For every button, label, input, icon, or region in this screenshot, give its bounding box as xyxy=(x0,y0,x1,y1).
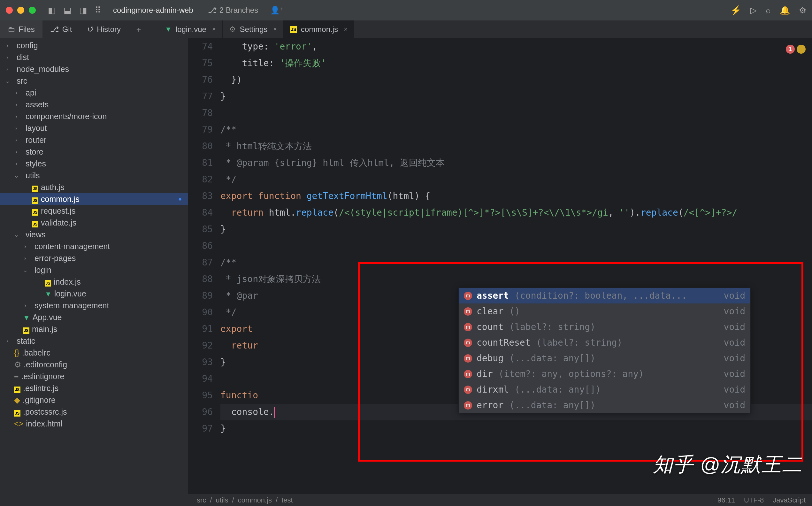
tree-item-common-js[interactable]: JScommon.js● xyxy=(0,193,188,205)
settings-icon[interactable]: ⚙ xyxy=(799,5,806,15)
tree-item-views[interactable]: ⌄views xyxy=(0,229,188,241)
close-tab-icon[interactable]: × xyxy=(344,25,348,33)
panel-bottom-icon[interactable]: ⬓ xyxy=(64,5,72,15)
tree-item-src[interactable]: ⌄src xyxy=(0,75,188,87)
tree-item-login[interactable]: ⌄login xyxy=(0,264,188,276)
tree-item--gitignore[interactable]: ◆.gitignore xyxy=(0,394,188,406)
nav-tab-history[interactable]: ↺ History xyxy=(80,20,128,38)
panel-left-icon[interactable]: ◧ xyxy=(48,5,56,15)
tree-item-static[interactable]: ›static xyxy=(0,335,188,347)
branches-button[interactable]: ⎇ 2 Branches xyxy=(208,6,258,15)
tree-item-request-js[interactable]: JSrequest.js xyxy=(0,205,188,217)
autocomplete-item-assert[interactable]: massert(condition?: boolean, ...data...v… xyxy=(459,288,750,304)
maximize-window[interactable] xyxy=(29,7,36,14)
breadcrumb-segment[interactable]: common.js xyxy=(238,496,272,504)
tree-item--postcssrc-js[interactable]: JS.postcssrc.js xyxy=(0,406,188,418)
close-tab-icon[interactable]: × xyxy=(212,25,216,33)
tree-item-validate-js[interactable]: JSvalidate.js xyxy=(0,217,188,229)
tree-item-app-vue[interactable]: ▼App.vue xyxy=(0,312,188,323)
bolt-icon[interactable]: ⚡ xyxy=(730,5,741,16)
breadcrumb-segment[interactable]: test xyxy=(281,496,293,504)
tree-label: .editorconfig xyxy=(24,360,67,369)
tree-item-layout[interactable]: ›layout xyxy=(0,122,188,134)
nav-tab-files[interactable]: 🗀 Files xyxy=(0,20,42,38)
tree-item-components-more-icon[interactable]: ›components/more-icon xyxy=(0,110,188,122)
editor-tab-common-js[interactable]: JScommon.js× xyxy=(284,20,354,38)
tree-item-router[interactable]: ›router xyxy=(0,134,188,146)
method-icon: m xyxy=(464,323,472,331)
panel-right-icon[interactable]: ◨ xyxy=(79,5,87,15)
chevron-icon: › xyxy=(3,54,11,61)
tree-item-dist[interactable]: ›dist xyxy=(0,52,188,63)
nav-add-button[interactable]: ＋ xyxy=(128,20,149,38)
tree-item--eslintignore[interactable]: ≡.eslintignore xyxy=(0,370,188,383)
tree-label: auth.js xyxy=(41,183,65,192)
nav-tab-git[interactable]: ⎇ Git xyxy=(42,20,80,38)
code-editor[interactable]: 1 74757677787980818283848586878889909192… xyxy=(188,38,812,494)
file-tree[interactable]: ›config›dist›node_modules⌄src›api›assets… xyxy=(0,38,188,494)
close-tab-icon[interactable]: × xyxy=(273,25,277,33)
tree-item-index-js[interactable]: JSindex.js xyxy=(0,276,188,288)
autocomplete-popup[interactable]: massert(condition?: boolean, ...data...v… xyxy=(458,287,751,413)
tree-label: login xyxy=(34,265,52,275)
ac-return: void xyxy=(724,369,745,379)
file-icon: JS xyxy=(32,206,38,216)
tree-label: index.js xyxy=(54,277,81,286)
tree-label: content-management xyxy=(34,242,110,251)
autocomplete-item-countReset[interactable]: mcountReset(label?: string)void xyxy=(459,335,750,350)
tree-item-utils[interactable]: ⌄utils xyxy=(0,170,188,181)
tree-item-index-html[interactable]: <>index.html xyxy=(0,418,188,430)
ac-signature: (...data: any[]) xyxy=(509,353,596,363)
notifications-icon[interactable]: 🔔 xyxy=(780,5,790,15)
autocomplete-item-clear[interactable]: mclear()void xyxy=(459,304,750,319)
tree-item-config[interactable]: ›config xyxy=(0,39,188,52)
tree-item--eslintrc-js[interactable]: JS.eslintrc.js xyxy=(0,383,188,394)
tab-label: common.js xyxy=(301,25,338,34)
chevron-icon: › xyxy=(21,255,29,262)
run-icon[interactable]: ▷ xyxy=(750,5,757,15)
tree-item-error-pages[interactable]: ›error-pages xyxy=(0,252,188,264)
tree-item-assets[interactable]: ›assets xyxy=(0,99,188,110)
cursor-position[interactable]: 96:11 xyxy=(717,496,735,504)
breadcrumb-segment[interactable]: src xyxy=(197,496,206,504)
tree-item--editorconfig[interactable]: ⚙.editorconfig xyxy=(0,359,188,370)
breadcrumb[interactable]: src/utils/common.js/test xyxy=(197,496,293,504)
tree-item-login-vue[interactable]: ▼login.vue xyxy=(0,288,188,300)
close-window[interactable] xyxy=(6,7,13,14)
encoding[interactable]: UTF-8 xyxy=(744,496,764,504)
tree-label: common.js xyxy=(41,194,80,204)
tree-label: request.js xyxy=(41,206,75,216)
error-badge[interactable]: 1 xyxy=(786,45,806,54)
method-icon: m xyxy=(464,292,472,300)
language[interactable]: JavaScript xyxy=(773,496,806,504)
tree-item-store[interactable]: ›store xyxy=(0,146,188,158)
add-user-icon[interactable]: 👤⁺ xyxy=(270,6,284,15)
tree-item-auth-js[interactable]: JSauth.js xyxy=(0,181,188,193)
tree-item-api[interactable]: ›api xyxy=(0,87,188,99)
ac-return: void xyxy=(724,290,745,301)
search-icon[interactable]: ⌕ xyxy=(766,5,771,15)
tree-item-system-management[interactable]: ›system-management xyxy=(0,300,188,312)
tree-item-main-js[interactable]: JSmain.js xyxy=(0,323,188,335)
ac-return: void xyxy=(724,384,745,395)
project-name[interactable]: codingmore-admin-web xyxy=(113,6,193,15)
tree-label: config xyxy=(17,41,38,50)
breadcrumb-segment[interactable]: utils xyxy=(215,496,228,504)
autocomplete-item-dirxml[interactable]: mdirxml(...data: any[])void xyxy=(459,382,750,397)
chevron-icon: › xyxy=(12,113,20,120)
tree-item--babelrc[interactable]: {}.babelrc xyxy=(0,347,188,359)
tree-item-content-management[interactable]: ›content-management xyxy=(0,241,188,252)
autocomplete-item-count[interactable]: mcount(label?: string)void xyxy=(459,319,750,335)
grid-icon[interactable]: ⠿ xyxy=(95,5,101,15)
tree-label: App.vue xyxy=(32,313,62,322)
tree-item-styles[interactable]: ›styles xyxy=(0,158,188,170)
minimize-window[interactable] xyxy=(17,7,24,14)
autocomplete-item-dir[interactable]: mdir(item?: any, options?: any)void xyxy=(459,366,750,382)
tree-item-node_modules[interactable]: ›node_modules xyxy=(0,63,188,75)
editor-tab-settings[interactable]: ⚙Settings× xyxy=(222,20,284,38)
chevron-icon: › xyxy=(12,160,20,167)
chevron-icon: › xyxy=(12,89,20,96)
autocomplete-item-debug[interactable]: mdebug(...data: any[])void xyxy=(459,350,750,366)
editor-tab-login-vue[interactable]: ▼login.vue× xyxy=(159,20,222,38)
autocomplete-item-error[interactable]: merror(...data: any[])void xyxy=(459,397,750,413)
